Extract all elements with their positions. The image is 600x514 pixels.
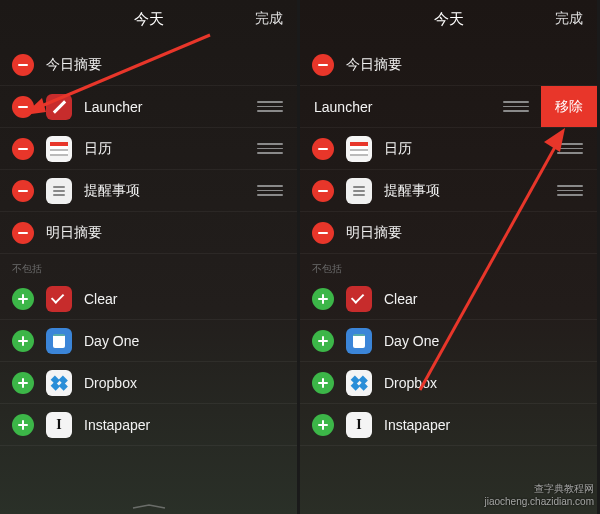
widget-label: 今日摘要 xyxy=(346,56,597,74)
add-icon[interactable] xyxy=(312,372,334,394)
panel-left: 今天 完成 今日摘要 Launcher 日历 提醒事项 明日摘要 xyxy=(0,0,297,514)
widget-label: 提醒事项 xyxy=(84,182,257,200)
instapaper-app-icon: I xyxy=(46,412,72,438)
remove-icon[interactable] xyxy=(312,180,334,202)
remove-button[interactable]: 移除 xyxy=(541,86,597,127)
remove-icon[interactable] xyxy=(312,138,334,160)
drag-handle-icon[interactable] xyxy=(557,185,583,196)
header: 今天 完成 xyxy=(0,0,297,38)
widget-label: Launcher xyxy=(312,99,503,115)
remove-icon[interactable] xyxy=(12,138,34,160)
widget-row: 提醒事项 xyxy=(0,170,297,212)
widget-label: Clear xyxy=(84,291,297,307)
instapaper-app-icon: I xyxy=(346,412,372,438)
calendar-app-icon xyxy=(46,136,72,162)
widget-row: 今日摘要 xyxy=(0,44,297,86)
add-icon[interactable] xyxy=(312,330,334,352)
header-title: 今天 xyxy=(434,10,464,29)
header-title: 今天 xyxy=(134,10,164,29)
reminders-app-icon xyxy=(46,178,72,204)
widget-label: Dropbox xyxy=(384,375,597,391)
watermark-line1: 查字典教程网 xyxy=(484,482,594,495)
drag-handle-icon[interactable] xyxy=(503,101,529,112)
widget-label: 明日摘要 xyxy=(346,224,597,242)
widget-label: 明日摘要 xyxy=(46,224,297,242)
drag-handle-icon[interactable] xyxy=(257,143,283,154)
widget-label: Clear xyxy=(384,291,597,307)
widget-label: Day One xyxy=(84,333,297,349)
widget-label: Instapaper xyxy=(84,417,297,433)
widget-label: 日历 xyxy=(384,140,557,158)
done-button[interactable]: 完成 xyxy=(555,10,583,28)
remove-icon[interactable] xyxy=(12,96,34,118)
add-icon[interactable] xyxy=(12,288,34,310)
widget-row: I Instapaper xyxy=(300,404,597,446)
done-button[interactable]: 完成 xyxy=(255,10,283,28)
widget-row: 日历 xyxy=(300,128,597,170)
add-icon[interactable] xyxy=(12,330,34,352)
widget-row: 今日摘要 xyxy=(300,44,597,86)
remove-icon[interactable] xyxy=(12,222,34,244)
dropbox-app-icon xyxy=(346,370,372,396)
excluded-section-label: 不包括 xyxy=(0,258,297,278)
reminders-app-icon xyxy=(346,178,372,204)
widget-label: Instapaper xyxy=(384,417,597,433)
widget-row: 明日摘要 xyxy=(300,212,597,254)
widget-row: 提醒事项 xyxy=(300,170,597,212)
drag-handle-icon[interactable] xyxy=(257,101,283,112)
included-list: 今日摘要 Launcher 日历 提醒事项 明日摘要 xyxy=(0,38,297,254)
widget-row: Launcher xyxy=(0,86,297,128)
remove-icon[interactable] xyxy=(12,180,34,202)
widget-row: Day One xyxy=(0,320,297,362)
widget-label: Dropbox xyxy=(84,375,297,391)
remove-icon[interactable] xyxy=(12,54,34,76)
widget-row: 日历 xyxy=(0,128,297,170)
clear-app-icon xyxy=(346,286,372,312)
pull-tab-icon[interactable] xyxy=(131,504,167,510)
watermark: 查字典教程网 jiaocheng.chazidian.com xyxy=(484,482,594,508)
widget-row: I Instapaper xyxy=(0,404,297,446)
widget-label: 日历 xyxy=(84,140,257,158)
remove-icon[interactable] xyxy=(312,222,334,244)
widget-label: Launcher xyxy=(84,99,257,115)
widget-row: Day One xyxy=(300,320,597,362)
widget-label: 今日摘要 xyxy=(46,56,297,74)
excluded-section-label: 不包括 xyxy=(300,258,597,278)
widget-label: 提醒事项 xyxy=(384,182,557,200)
widget-label: Day One xyxy=(384,333,597,349)
excluded-list: Clear Day One Dropbox I Instapaper xyxy=(0,278,297,446)
widget-row: Dropbox xyxy=(300,362,597,404)
add-icon[interactable] xyxy=(312,414,334,436)
add-icon[interactable] xyxy=(12,414,34,436)
dayone-app-icon xyxy=(346,328,372,354)
clear-app-icon xyxy=(46,286,72,312)
excluded-list: Clear Day One Dropbox I Instapaper xyxy=(300,278,597,446)
widget-row: Clear xyxy=(0,278,297,320)
included-list: 今日摘要 Launcher 移除 日历 提醒事项 明日摘要 xyxy=(300,38,597,254)
widget-row: 明日摘要 xyxy=(0,212,297,254)
calendar-app-icon xyxy=(346,136,372,162)
add-icon[interactable] xyxy=(312,288,334,310)
widget-row: Dropbox xyxy=(0,362,297,404)
watermark-line2: jiaocheng.chazidian.com xyxy=(484,495,594,508)
drag-handle-icon[interactable] xyxy=(557,143,583,154)
add-icon[interactable] xyxy=(12,372,34,394)
widget-row: Launcher 移除 xyxy=(300,86,597,128)
panel-right: 今天 完成 今日摘要 Launcher 移除 日历 提醒事项 明日摘要 xyxy=(300,0,597,514)
widget-row: Clear xyxy=(300,278,597,320)
header: 今天 完成 xyxy=(300,0,597,38)
launcher-app-icon xyxy=(46,94,72,120)
remove-icon[interactable] xyxy=(312,54,334,76)
drag-handle-icon[interactable] xyxy=(257,185,283,196)
dayone-app-icon xyxy=(46,328,72,354)
dropbox-app-icon xyxy=(46,370,72,396)
